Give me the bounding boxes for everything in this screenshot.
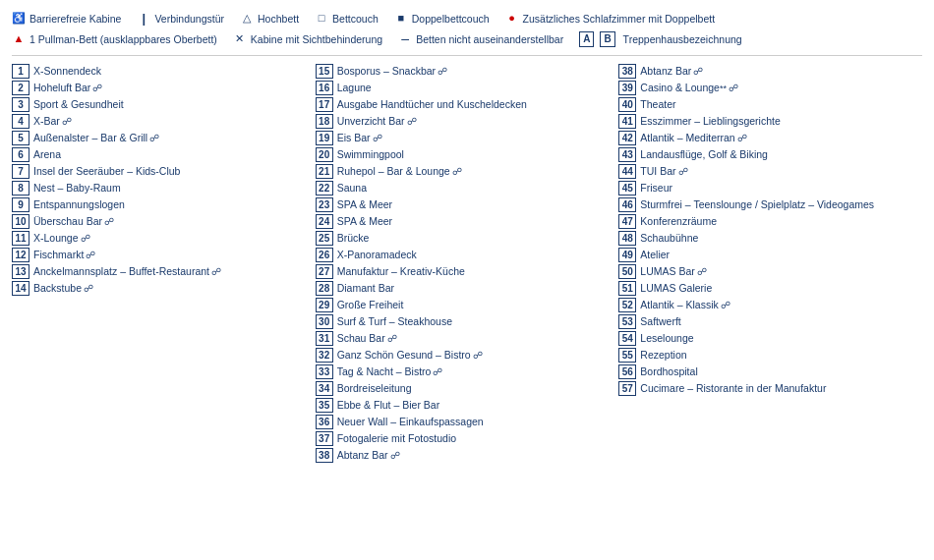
list-item: 44TUI Bar☍: [618, 164, 916, 179]
legend-item: | Verbindungstür: [137, 10, 224, 28]
number-badge: 22: [316, 181, 333, 196]
ship-icon: ☍: [697, 265, 707, 279]
item-label: X-Panoramadeck: [337, 248, 417, 261]
ship-icon: ☍: [729, 82, 738, 95]
list-item: 56Bordhospital: [618, 364, 916, 379]
item-label: Bosporus – Snackbar☍: [337, 64, 447, 79]
number-badge: 21: [316, 164, 333, 179]
item-label: Sport & Gesundheit: [33, 97, 124, 111]
number-badge: 29: [316, 298, 333, 312]
item-label: Fischmarkt☍: [33, 248, 95, 262]
legend-label: Treppenhausbezeichnung: [623, 32, 742, 47]
item-label: Große Freiheit: [337, 298, 404, 311]
legend-item: ● Zusätzliches Schlafzimmer mit Doppelbe…: [505, 10, 716, 28]
item-label: Eis Bar☍: [337, 131, 382, 145]
list-item: 9Entspannungslogen: [12, 197, 310, 212]
list-item: 35Ebbe & Flut – Bier Bar: [316, 398, 613, 413]
list-item: 5Außenalster – Bar & Grill☍: [12, 131, 310, 145]
list-item: 30Surf & Turf – Steakhouse: [316, 314, 613, 329]
ship-icon: ☍: [737, 132, 747, 145]
item-label: Landausflüge, Golf & Biking: [640, 147, 768, 161]
number-badge: 44: [618, 164, 636, 179]
list-item: 38Abtanz Bar☍: [618, 64, 916, 79]
list-item: 16Lagune: [316, 81, 613, 95]
accessible-icon: ♿: [12, 11, 26, 26]
list-item: 43Landausflüge, Golf & Biking: [618, 147, 916, 162]
list-item: 39Casino & Lounge**☍: [618, 81, 916, 95]
number-badge: 7: [12, 164, 29, 179]
number-badge: 33: [316, 364, 333, 379]
betten-icon: –: [398, 29, 412, 49]
ship-icon: ☍: [438, 65, 447, 79]
list-item: 41Esszimmer – Lieblingsgerichte: [618, 114, 916, 129]
number-badge: 3: [12, 97, 29, 112]
list-item: 6Arena: [12, 147, 310, 162]
list-item: 22Sauna: [316, 181, 613, 196]
list-item: 29Große Freiheit: [316, 298, 613, 312]
ship-icon: ☍: [86, 249, 95, 262]
list-item: 50LUMAS Bar☍: [618, 264, 916, 279]
ship-icon: ☍: [433, 365, 442, 379]
item-label: Ganz Schön Gesund – Bistro☍: [337, 348, 483, 363]
ship-icon: ☍: [62, 115, 72, 129]
number-badge: 27: [316, 264, 333, 279]
ship-icon: ☍: [678, 165, 688, 179]
item-label: Neuer Wall – Einkaufspassagen: [337, 415, 484, 428]
ship-icon: ☍: [693, 65, 703, 79]
ship-icon: ☍: [387, 332, 397, 346]
connecting-door-icon: |: [137, 10, 150, 28]
list-item: 4X-Bar☍: [12, 114, 310, 129]
list-item: 23SPA & Meer: [316, 197, 613, 212]
number-badge: 11: [12, 231, 29, 246]
item-label: Esszimmer – Lieblingsgerichte: [640, 114, 780, 128]
ship-icon: ☍: [407, 115, 417, 129]
list-item: 53Saftwerft: [618, 314, 916, 329]
legend-item: A B Treppenhausbezeichnung: [579, 29, 742, 49]
list-item: 20Swimmingpool: [316, 147, 613, 162]
number-badge: 5: [12, 131, 29, 145]
trep-a-icon: A: [579, 31, 594, 47]
number-badge: 2: [12, 81, 29, 95]
number-badge: 9: [12, 197, 29, 212]
column-1: 1X-Sonnendeck2Hoheluft Bar☍3Sport & Gesu…: [12, 64, 316, 465]
item-label: Ausgabe Handtücher und Kuscheldecken: [337, 97, 527, 111]
ship-icon: ☍: [373, 132, 382, 145]
item-label: Diamant Bar: [337, 281, 394, 295]
list-item: 38Abtanz Bar☍: [316, 448, 613, 463]
legend-item: ✕ Kabine mit Sichtbehinderung: [233, 29, 382, 49]
number-badge: 19: [316, 131, 333, 145]
legend-item: ■ Doppelbettcouch: [394, 10, 490, 28]
suffix-star: **: [720, 84, 727, 93]
number-badge: 13: [12, 264, 29, 279]
list-item: 8Nest – Baby-Raum: [12, 181, 310, 196]
number-badge: 4: [12, 114, 29, 129]
item-label: Atelier: [640, 248, 670, 261]
item-label: Fotogalerie mit Fotostudio: [337, 431, 456, 445]
legend-item: △ Hochbett: [240, 10, 299, 28]
item-label: LUMAS Bar☍: [640, 264, 706, 279]
number-badge: 52: [618, 298, 636, 312]
number-badge: 57: [618, 381, 636, 396]
legend-label: Verbindungstür: [154, 12, 224, 27]
list-item: 36Neuer Wall – Einkaufspassagen: [316, 415, 613, 429]
number-badge: 55: [618, 348, 636, 363]
number-badge: 16: [316, 81, 333, 95]
number-badge: 36: [316, 415, 333, 429]
list-item: 10Überschau Bar☍: [12, 214, 310, 229]
column-2: 15Bosporus – Snackbar☍16Lagune17Ausgabe …: [316, 64, 619, 465]
list-item: 42Atlantik – Mediterran☍: [618, 131, 916, 145]
item-label: Brücke: [337, 231, 370, 245]
number-badge: 45: [618, 181, 636, 196]
number-badge: 8: [12, 181, 29, 196]
list-item: 48Schaubühne: [618, 231, 916, 246]
list-item: 11X-Lounge☍: [12, 231, 310, 246]
number-badge: 14: [12, 281, 29, 296]
item-label: Rezeption: [640, 348, 686, 362]
zusatz-icon: ●: [505, 11, 519, 26]
item-label: Friseur: [640, 181, 672, 195]
ship-icon: ☍: [149, 132, 159, 145]
legend-item: ♿ Barrierefreie Kabine: [12, 10, 121, 28]
list-item: 25Brücke: [316, 231, 613, 246]
item-label: Konferenzräume: [640, 214, 717, 228]
number-badge: 12: [12, 248, 29, 262]
